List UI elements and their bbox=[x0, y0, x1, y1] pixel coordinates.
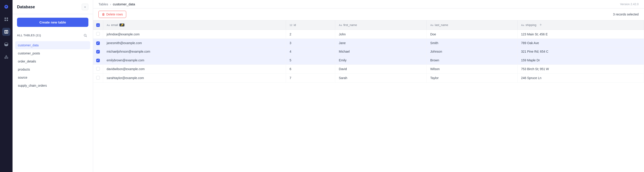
svg-line-1 bbox=[86, 36, 87, 37]
all-tables-label: ALL TABLES (11) bbox=[17, 34, 41, 37]
text-type-icon-2: Aa bbox=[339, 24, 342, 27]
cell-first_name-1: Jane bbox=[335, 39, 426, 48]
svg-point-0 bbox=[84, 34, 86, 36]
col-last_name-label: last_name bbox=[435, 23, 448, 27]
breadcrumb-chevron: › bbox=[110, 2, 111, 6]
cell-email-3: emilybrown@example.com bbox=[103, 56, 286, 65]
header-email: Aa email 🔑 bbox=[103, 20, 286, 30]
cell-first_name-3: Emily bbox=[335, 56, 426, 65]
version-label: Version 2.42.0 bbox=[620, 3, 639, 6]
header-shipping: Aa shipping + bbox=[517, 20, 644, 30]
cell-email-0: johndoe@example.com bbox=[103, 30, 286, 39]
cell-row_id-0: 2 bbox=[286, 30, 335, 39]
cell-shipping-1: 789 Oak Ave bbox=[517, 39, 644, 48]
table-list: customer_data customer_posts order_detai… bbox=[12, 40, 93, 172]
trash-icon: 🗑 bbox=[102, 13, 105, 16]
icon-rail bbox=[0, 0, 12, 172]
col-id-label: id bbox=[294, 23, 296, 27]
rocket-icon[interactable] bbox=[2, 3, 10, 11]
topbar: Tables › customer_data Version 2.42.0 bbox=[93, 0, 644, 9]
cell-last_name-2: Johnson bbox=[426, 47, 517, 56]
row-checkbox-0[interactable] bbox=[93, 30, 103, 39]
col-shipping-label: shipping bbox=[526, 23, 536, 27]
data-table: Aa email 🔑 12 id Aa bbox=[93, 20, 644, 83]
cell-shipping-2: 321 Pine Rd; 654 C bbox=[517, 47, 644, 56]
sidebar-header: Database « bbox=[12, 0, 93, 14]
cell-last_name-4: Wilson bbox=[426, 65, 517, 73]
col-first_name-label: first_name bbox=[343, 23, 357, 27]
checkbox-4[interactable] bbox=[96, 67, 100, 71]
checkbox-0[interactable] bbox=[96, 32, 100, 36]
text-type-icon: Aa bbox=[107, 24, 110, 27]
add-column-button[interactable]: + bbox=[538, 23, 544, 27]
cell-shipping-4: 753 Birch St; 951 W bbox=[517, 65, 644, 73]
num-type-icon: 12 bbox=[290, 24, 292, 27]
tools-icon[interactable] bbox=[2, 53, 10, 61]
row-checkbox-2[interactable] bbox=[93, 47, 103, 56]
cell-first_name-4: David bbox=[335, 65, 426, 73]
header-checkbox-cell[interactable] bbox=[93, 20, 103, 30]
sidebar-title: Database bbox=[17, 5, 35, 10]
cell-row_id-1: 3 bbox=[286, 39, 335, 48]
cell-email-5: sarahtaylor@example.com bbox=[103, 73, 286, 82]
cell-row_id-5: 7 bbox=[286, 73, 335, 82]
text-type-icon-3: Aa bbox=[430, 24, 434, 27]
breadcrumb-current: customer_data bbox=[113, 2, 135, 6]
sidebar-item-products[interactable]: products bbox=[15, 65, 90, 73]
table-icon[interactable] bbox=[2, 28, 10, 36]
table-container: Aa email 🔑 12 id Aa bbox=[93, 20, 644, 172]
cell-email-1: janesmith@example.com bbox=[103, 39, 286, 48]
row-checkbox-1[interactable] bbox=[93, 39, 103, 48]
all-tables-header: ALL TABLES (11) bbox=[12, 31, 93, 40]
table-row: janesmith@example.com3JaneSmith789 Oak A… bbox=[93, 39, 644, 48]
breadcrumb: Tables › customer_data bbox=[98, 2, 135, 6]
table-row: sarahtaylor@example.com7SarahTaylor246 S… bbox=[93, 73, 644, 82]
checkbox-1[interactable] bbox=[96, 41, 100, 45]
database-icon[interactable] bbox=[2, 40, 10, 48]
cell-shipping-5: 246 Spruce Ln bbox=[517, 73, 644, 82]
delete-rows-button[interactable]: 🗑 Delete rows bbox=[98, 11, 126, 18]
header-first_name: Aa first_name bbox=[335, 20, 426, 30]
cell-row_id-4: 6 bbox=[286, 65, 335, 73]
checkbox-3[interactable] bbox=[96, 59, 100, 62]
records-selected-label: 3 records selected bbox=[613, 13, 639, 16]
grid-icon[interactable] bbox=[2, 15, 10, 23]
col-email-label: email bbox=[111, 23, 118, 27]
row-checkbox-3[interactable] bbox=[93, 56, 103, 65]
sidebar-item-customer_data[interactable]: customer_data bbox=[15, 41, 90, 49]
table-row: davidwilson@example.com6DavidWilson753 B… bbox=[93, 65, 644, 73]
sidebar-item-source[interactable]: source bbox=[15, 73, 90, 82]
cell-first_name-2: Michael bbox=[335, 47, 426, 56]
checkbox-2[interactable] bbox=[96, 50, 100, 54]
cell-last_name-5: Taylor bbox=[426, 73, 517, 82]
sidebar-item-customer_posts[interactable]: customer_posts bbox=[15, 49, 90, 57]
cell-shipping-0: 123 Main St; 456 E bbox=[517, 30, 644, 39]
cell-email-2: michaeljohnson@example.com bbox=[103, 47, 286, 56]
search-tables-button[interactable] bbox=[82, 32, 88, 39]
cell-email-4: davidwilson@example.com bbox=[103, 65, 286, 73]
table-row: emilybrown@example.com5EmilyBrown159 Map… bbox=[93, 56, 644, 65]
cell-row_id-3: 5 bbox=[286, 56, 335, 65]
breadcrumb-tables[interactable]: Tables bbox=[98, 2, 108, 6]
cell-row_id-2: 4 bbox=[286, 47, 335, 56]
row-checkbox-5[interactable] bbox=[93, 73, 103, 82]
create-table-button[interactable]: Create new table bbox=[17, 18, 88, 27]
collapse-button[interactable]: « bbox=[82, 4, 88, 10]
select-all-checkbox[interactable] bbox=[96, 23, 100, 27]
main-content: Tables › customer_data Version 2.42.0 🗑 … bbox=[93, 0, 644, 172]
cell-last_name-3: Brown bbox=[426, 56, 517, 65]
key-icon: 🔑 bbox=[120, 24, 124, 27]
cell-last_name-0: Doe bbox=[426, 30, 517, 39]
delete-rows-label: Delete rows bbox=[106, 13, 123, 16]
header-last_name: Aa last_name bbox=[426, 20, 517, 30]
sidebar-item-order_details[interactable]: order_details bbox=[15, 57, 90, 65]
toolbar: 🗑 Delete rows 3 records selected bbox=[93, 9, 644, 20]
text-type-icon-4: Aa bbox=[521, 24, 524, 27]
row-checkbox-4[interactable] bbox=[93, 65, 103, 73]
cell-shipping-3: 159 Maple Dr bbox=[517, 56, 644, 65]
table-row: michaeljohnson@example.com4MichaelJohnso… bbox=[93, 47, 644, 56]
cell-first_name-0: John bbox=[335, 30, 426, 39]
cell-last_name-1: Smith bbox=[426, 39, 517, 48]
checkbox-5[interactable] bbox=[96, 76, 100, 80]
sidebar-item-supply_chain_orders[interactable]: supply_chain_orders bbox=[15, 82, 90, 90]
